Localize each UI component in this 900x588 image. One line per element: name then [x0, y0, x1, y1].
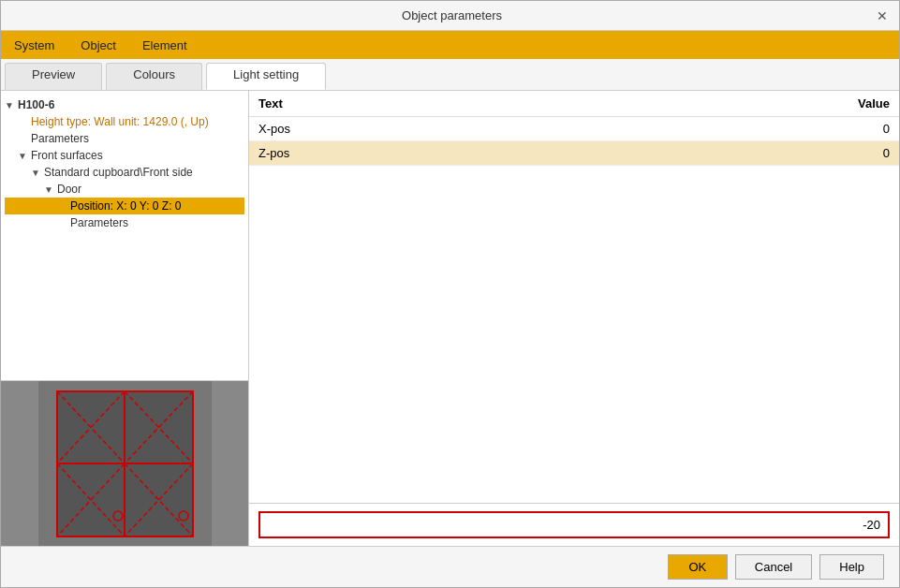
tree-label-parameters1: Parameters — [31, 132, 89, 145]
tree-node-parameters2[interactable]: Parameters — [5, 214, 244, 231]
cancel-button[interactable]: Cancel — [735, 554, 812, 580]
table-row[interactable]: Z-pos 0 — [249, 141, 899, 166]
left-panel: ▼ H100-6 Height type: Wall unit: 1429.0 … — [1, 91, 249, 546]
zpos-label: Z-pos — [249, 141, 574, 166]
right-panel: Text Value X-pos 0 Z-pos 0 — [249, 91, 899, 546]
menu-bar: System Object Element — [1, 31, 899, 59]
menu-object[interactable]: Object — [75, 37, 122, 54]
cabinet-svg — [38, 381, 212, 546]
content-area: ▼ H100-6 Height type: Wall unit: 1429.0 … — [1, 91, 899, 546]
tree-arrow-standard-cupboard: ▼ — [31, 168, 44, 178]
tree-node-parameters1[interactable]: Parameters — [5, 130, 244, 147]
tree-label-standard-cupboard: Standard cupboard\Front side — [44, 166, 193, 179]
zpos-value: 0 — [574, 141, 899, 166]
col-header-value: Value — [574, 91, 899, 117]
tab-preview[interactable]: Preview — [5, 63, 102, 90]
tree-arrow-h100: ▼ — [5, 100, 18, 110]
menu-system[interactable]: System — [8, 37, 60, 54]
tree-label-parameters2: Parameters — [70, 216, 128, 229]
preview-section — [1, 381, 248, 546]
col-header-text: Text — [249, 91, 574, 117]
tree-node-h100[interactable]: ▼ H100-6 — [5, 96, 244, 113]
tree-node-position[interactable]: Position: X: 0 Y: 0 Z: 0 — [5, 198, 244, 214]
tab-colours[interactable]: Colours — [106, 63, 202, 90]
xpos-label: X-pos — [249, 117, 574, 141]
tree-label-door: Door — [57, 183, 81, 196]
dialog: Object parameters ✕ System Object Elemen… — [0, 0, 900, 588]
tree-section: ▼ H100-6 Height type: Wall unit: 1429.0 … — [1, 91, 248, 381]
tree-node-door[interactable]: ▼ Door — [5, 181, 244, 198]
tree-arrow-door: ▼ — [44, 184, 57, 195]
input-row — [249, 503, 899, 546]
params-table: Text Value X-pos 0 Z-pos 0 — [249, 91, 899, 503]
xpos-value: 0 — [574, 117, 899, 141]
value-input[interactable] — [258, 511, 890, 538]
help-button[interactable]: Help — [819, 554, 884, 580]
tree-label-h100: H100-6 — [18, 98, 54, 111]
tabs-bar: Preview Colours Light setting — [1, 59, 899, 91]
tree-node-height-type[interactable]: Height type: Wall unit: 1429.0 (, Up) — [5, 113, 244, 130]
title-bar: Object parameters ✕ — [1, 1, 899, 31]
menu-element[interactable]: Element — [137, 37, 193, 54]
close-button[interactable]: ✕ — [875, 8, 890, 23]
footer-bar: OK Cancel Help — [1, 546, 899, 587]
tree-label-height-type: Height type: Wall unit: 1429.0 (, Up) — [31, 115, 209, 128]
table-row[interactable]: X-pos 0 — [249, 117, 899, 141]
ok-button[interactable]: OK — [668, 554, 728, 580]
tree-label-position: Position: X: 0 Y: 0 Z: 0 — [70, 199, 182, 213]
dialog-title: Object parameters — [29, 8, 875, 22]
tree-node-front-surfaces[interactable]: ▼ Front surfaces — [5, 147, 244, 164]
tree-arrow-front-surfaces: ▼ — [18, 151, 31, 161]
tree-node-standard-cupboard[interactable]: ▼ Standard cupboard\Front side — [5, 164, 244, 181]
cabinet-preview — [38, 381, 212, 546]
tab-light-setting[interactable]: Light setting — [206, 63, 326, 90]
tree-label-front-surfaces: Front surfaces — [31, 149, 103, 162]
